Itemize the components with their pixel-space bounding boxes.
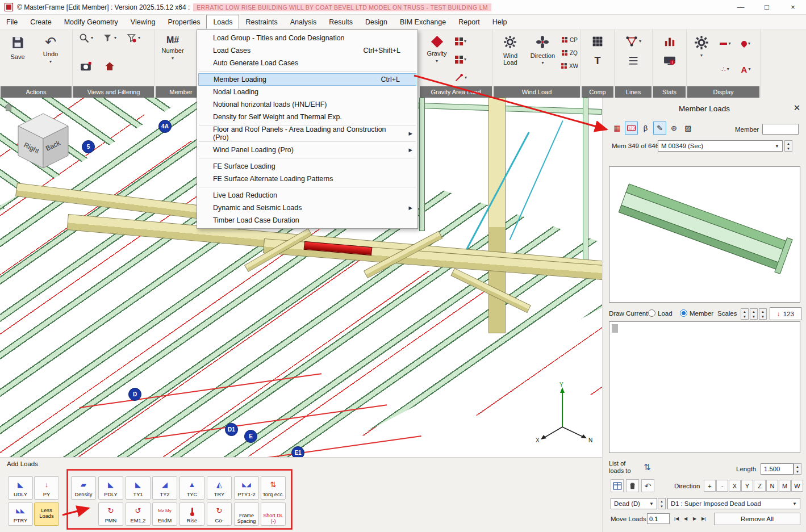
length-spinner[interactable]: ▲▼ <box>794 463 801 475</box>
add-load-udly-button[interactable]: ◣UDLY <box>8 476 33 500</box>
gravity-button[interactable]: Gravity ▾ <box>421 31 452 84</box>
dimension-123-icon[interactable]: 123 <box>625 122 638 135</box>
comp-t-button[interactable]: T <box>595 53 601 68</box>
menu-analysis[interactable]: Analysis <box>284 15 323 29</box>
menu-item-notional-loads[interactable]: Notional horizontal loads (HNL/EHF) <box>197 98 417 111</box>
panel-close-icon[interactable]: ✕ <box>791 102 803 114</box>
add-load-endm-button[interactable]: Mz MyEndM <box>152 502 177 526</box>
add-load-pdly-button[interactable]: ◣PDLY <box>98 476 123 500</box>
radio-load-group[interactable]: Load <box>648 309 673 317</box>
add-load-torq-button[interactable]: ⇅Torq ecc. <box>261 476 286 500</box>
menu-properties[interactable]: Properties <box>161 15 206 29</box>
menu-item-fe-surface-alt[interactable]: FE Surface Alternate Loading Patterns <box>197 173 417 185</box>
undo-button[interactable]: ↶ Undo ▾ <box>35 31 66 84</box>
menu-file[interactable]: File <box>0 15 24 29</box>
hatch-icon[interactable]: ▨ <box>682 122 695 135</box>
area-load-pattern2-button[interactable]: ▾ <box>454 52 467 67</box>
length-input[interactable]: 1.500 <box>761 463 794 475</box>
menu-item-auto-generate[interactable]: Auto Generate Load Cases <box>197 57 417 69</box>
scale-spinner-3[interactable]: ▲▼ <box>759 308 767 320</box>
dir-minus-button[interactable]: - <box>716 480 728 492</box>
wind-cp-button[interactable]: CP <box>560 34 578 45</box>
scale-spinner-1[interactable]: ▲▼ <box>741 308 749 320</box>
menu-create[interactable]: Create <box>24 15 58 29</box>
dir-x-button[interactable]: X <box>729 480 741 492</box>
radio-load-icon[interactable] <box>648 309 655 317</box>
home-icon[interactable] <box>3 102 14 112</box>
add-load-ty1-button[interactable]: ◣TY1 <box>126 476 151 500</box>
menu-design[interactable]: Design <box>359 15 394 29</box>
menu-viewing[interactable]: Viewing <box>124 15 162 29</box>
menu-report[interactable]: Report <box>452 15 486 29</box>
lines-list-button[interactable] <box>628 53 639 68</box>
area-load-pattern-button[interactable]: ▾ <box>454 34 467 49</box>
menu-item-timber-duration[interactable]: Timber Load Case Duration <box>197 214 417 227</box>
member-select[interactable]: M 00349 (Sec)▼ <box>658 140 783 152</box>
member-number-button[interactable]: M# Number ▾ <box>157 31 188 84</box>
dir-m-button[interactable]: M <box>779 480 791 492</box>
load-name-select[interactable]: D1 : Super Imposed Dead Load▼ <box>667 498 800 509</box>
add-load-pmn-button[interactable]: ↻PMN <box>98 502 123 526</box>
dir-plus-button[interactable]: + <box>704 480 716 492</box>
menu-item-wind-panel[interactable]: Wind Panel Loading (Pro)▶ <box>197 144 417 156</box>
filter-button[interactable]: ▾ <box>99 31 120 45</box>
menu-item-member-loading[interactable]: Member LoadingCtrl+L <box>198 73 416 86</box>
comp-grid-button[interactable] <box>592 34 603 49</box>
menu-bim-exchange[interactable]: BIM Exchange <box>394 15 452 29</box>
add-load-ty2-button[interactable]: ◢TY2 <box>152 476 177 500</box>
load-table-icon[interactable]: ▦ <box>611 122 624 135</box>
edit-pencil-icon[interactable]: ✎ <box>653 122 666 135</box>
menu-item-fe-surface[interactable]: FE Surface Loading <box>197 160 417 173</box>
dir-w-button[interactable]: W <box>791 480 803 492</box>
move-loads-input[interactable] <box>647 513 670 524</box>
scale-spinner-2[interactable]: ▲▼ <box>750 308 758 320</box>
menu-restraints[interactable]: Restraints <box>239 15 283 29</box>
move-first-button[interactable]: |◀ <box>672 513 681 523</box>
capture-view-button[interactable] <box>75 59 97 74</box>
wind-direction-button[interactable]: Direction ▾ <box>528 31 558 84</box>
radio-member-icon[interactable] <box>680 309 687 317</box>
display-settings-button[interactable]: ▾ <box>689 31 714 84</box>
add-load-tyc-button[interactable]: ▲TYC <box>179 476 204 500</box>
member-input[interactable] <box>762 124 799 135</box>
move-last-button[interactable]: ▶| <box>699 513 708 523</box>
save-button[interactable]: Save <box>2 31 33 84</box>
short-dl-button[interactable]: Short DL (-) <box>261 502 286 526</box>
menu-loads[interactable]: Loads <box>206 15 239 29</box>
menu-help[interactable]: Help <box>486 15 513 29</box>
menu-item-live-load-reduction[interactable]: Live Load Reduction <box>197 189 417 202</box>
undo-load-button[interactable]: ↶ <box>641 479 654 492</box>
wind-zq-button[interactable]: ZQ <box>560 47 578 58</box>
lines-network-button[interactable]: ▾ <box>625 34 641 49</box>
display-dots-button[interactable]: ∴▾ <box>716 62 734 77</box>
wind-load-button[interactable]: Wind Load <box>495 31 525 84</box>
loads-list-box[interactable] <box>609 321 800 453</box>
radio-member-group[interactable]: Member <box>680 309 713 317</box>
load-case-spinner[interactable]: ▲▼ <box>658 498 666 509</box>
add-load-density-button[interactable]: ▰Density <box>71 476 96 500</box>
sort-loads-icon[interactable]: ⇅ <box>644 462 651 472</box>
move-prev-button[interactable]: ◀ <box>681 513 690 523</box>
menu-item-load-cases[interactable]: Load CasesCtrl+Shift+L <box>197 44 417 57</box>
menu-item-nodal-loading[interactable]: Nodal Loading <box>197 86 417 98</box>
add-load-co-button[interactable]: ↻Co- <box>207 502 232 526</box>
stats-chart-button[interactable] <box>663 34 676 49</box>
zoom-button[interactable]: ▾ <box>75 31 97 45</box>
load-sheet-button[interactable] <box>611 479 624 492</box>
display-text-button[interactable]: A▾ <box>737 62 755 77</box>
add-load-ptry-button[interactable]: ◣◣PTRY <box>8 502 33 526</box>
less-loads-button[interactable]: Less Loads <box>34 502 59 526</box>
add-load-rise-button[interactable]: Rise <box>179 502 204 526</box>
close-button[interactable]: × <box>780 0 806 15</box>
remove-all-button[interactable]: Remove All <box>714 513 800 525</box>
beta-angle-icon[interactable]: β <box>639 122 652 135</box>
move-next-button[interactable]: ▶ <box>690 513 699 523</box>
menu-item-density[interactable]: Density for Self Weight and Thermal Exp. <box>197 111 417 123</box>
add-load-pty12-button[interactable]: ◣◢PTY1-2 <box>234 476 259 500</box>
menu-item-floor-roof-panels[interactable]: Floor and Roof Panels - Area Loading and… <box>197 127 417 140</box>
load-case-select[interactable]: Dead (D)▼ <box>611 498 657 509</box>
add-load-try-button[interactable]: ◭TRY <box>207 476 232 500</box>
delete-load-button[interactable] <box>626 479 639 492</box>
menu-item-load-group[interactable]: Load Group - Titles and Code Designation <box>197 32 417 44</box>
filter-members-button[interactable]: ▾ <box>123 31 144 45</box>
